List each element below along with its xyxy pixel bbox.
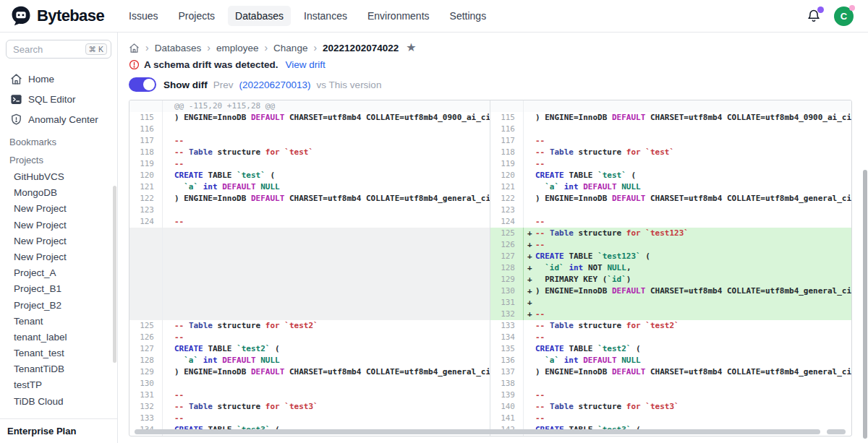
diff-row: 119--: [129, 158, 490, 170]
code-line: + `id` int NOT NULL,: [524, 262, 851, 274]
line-number: 120: [490, 170, 524, 181]
sidebar-project-item[interactable]: New Project: [0, 249, 117, 265]
code-line: `a` int DEFAULT NULL: [524, 355, 851, 366]
code-line: +--: [524, 239, 851, 251]
code-line: [163, 228, 490, 239]
shield-icon: [10, 113, 22, 126]
avatar[interactable]: C: [834, 7, 854, 26]
breadcrumb: ›Databases›employee›Change› 202212020740…: [129, 42, 852, 53]
breadcrumb-item[interactable]: employee: [216, 43, 259, 53]
added-line-marker: +: [527, 228, 532, 239]
line-number: 138: [490, 378, 524, 390]
code-line: --: [163, 390, 490, 401]
code-line: -- Table structure for `test2`: [163, 320, 490, 332]
breadcrumb-item[interactable]: Databases: [155, 43, 202, 53]
code-line: [163, 251, 490, 262]
diff-row: 123: [490, 205, 851, 216]
line-number: 123: [490, 205, 524, 216]
page-vertical-scrollbar[interactable]: [863, 170, 867, 439]
sidebar-project-item[interactable]: MongoDB: [0, 185, 117, 201]
sidebar-project-item[interactable]: tenant_label: [0, 330, 117, 345]
sidebar-item-home[interactable]: Home: [0, 69, 117, 89]
line-number: 126: [490, 239, 524, 251]
nav-instances[interactable]: Instances: [297, 6, 354, 26]
breadcrumb-item[interactable]: Change: [273, 43, 307, 53]
sidebar-project-item[interactable]: Project_B1: [0, 281, 117, 297]
line-number: 126: [129, 332, 163, 343]
diff-row: [129, 309, 490, 320]
sidebar-scrollbar[interactable]: [113, 186, 116, 363]
diff-viewer: @@ -115,20 +115,28 @@115) ENGINE=InnoDB …: [129, 100, 852, 436]
prev-label: Prev: [213, 79, 234, 90]
diff-row: 127CREATE TABLE `test2` (: [129, 343, 490, 355]
line-number: 117: [490, 135, 524, 147]
search-input[interactable]: Search ⌘ K: [6, 40, 111, 59]
diff-row: 124--: [129, 216, 490, 228]
show-diff-label: Show diff: [163, 79, 208, 90]
sidebar-project-item[interactable]: New Project: [0, 201, 117, 217]
code-line: [163, 285, 490, 297]
added-line-marker: +: [527, 297, 532, 309]
sidebar-project-item[interactable]: Project_B2: [0, 298, 117, 314]
line-number: 128: [129, 355, 163, 366]
prev-version-link[interactable]: (202206270013): [239, 79, 311, 90]
brand-logo[interactable]: Bytebase: [10, 5, 104, 27]
sidebar-item-anomaly-center[interactable]: Anomaly Center: [0, 109, 117, 129]
added-line-marker: +: [527, 251, 532, 262]
sidebar-section-projects: Projects: [0, 155, 117, 165]
search-shortcut-badge: ⌘ K: [85, 43, 107, 55]
diff-row: 141--: [490, 413, 851, 424]
diff-row: 117--: [490, 135, 851, 147]
code-line: +CREATE TABLE `test123` (: [524, 251, 851, 262]
view-drift-link[interactable]: View drift: [286, 59, 326, 70]
sidebar-project-item[interactable]: testTP: [0, 377, 117, 393]
sidebar-project-item[interactable]: Project_A: [0, 265, 117, 281]
diff-row: [129, 274, 490, 285]
line-number: 128: [490, 262, 524, 274]
code-line: --: [163, 158, 490, 170]
diff-row: 129+ PRIMARY KEY (`id`): [490, 274, 851, 285]
nav-issues[interactable]: Issues: [122, 6, 165, 26]
diff-row: 115) ENGINE=InnoDB DEFAULT CHARSET=utf8m…: [129, 112, 490, 124]
diff-horizontal-scrollbar-right[interactable]: [827, 429, 846, 434]
chevron-right-icon: ›: [264, 42, 268, 53]
line-number: 129: [490, 274, 524, 285]
code-line: --: [163, 135, 490, 147]
sidebar-project-item[interactable]: Tenant_test: [0, 345, 117, 361]
nav-databases[interactable]: Databases: [228, 6, 291, 26]
diff-horizontal-scrollbar[interactable]: [135, 429, 820, 434]
code-line: ) ENGINE=InnoDB DEFAULT CHARSET=utf8mb4 …: [524, 112, 851, 124]
code-line: @@ -115,20 +115,28 @@: [163, 100, 490, 112]
nav-environments[interactable]: Environments: [360, 6, 437, 26]
alert-text: A schema drift was detected.: [144, 59, 278, 70]
diff-row: 128 `a` int DEFAULT NULL: [129, 355, 490, 366]
code-line: +-- Table structure for `test123`: [524, 228, 851, 239]
main-nav: IssuesProjectsDatabasesInstancesEnvironm…: [122, 6, 807, 26]
code-line: ) ENGINE=InnoDB DEFAULT CHARSET=utf8mb4 …: [163, 193, 490, 205]
sidebar-project-item[interactable]: TenantTiDB: [0, 361, 117, 377]
diff-row: 115) ENGINE=InnoDB DEFAULT CHARSET=utf8m…: [490, 112, 851, 124]
diff-row: 136 `a` int DEFAULT NULL: [490, 355, 851, 366]
code-line: ) ENGINE=InnoDB DEFAULT CHARSET=utf8mb4 …: [163, 366, 490, 378]
nav-projects[interactable]: Projects: [171, 6, 223, 26]
code-line: CREATE TABLE `test` (: [163, 170, 490, 181]
code-line: +) ENGINE=InnoDB DEFAULT CHARSET=utf8mb4…: [524, 285, 851, 297]
notifications-button[interactable]: [807, 9, 821, 23]
code-line: [524, 205, 851, 216]
show-diff-toggle[interactable]: [129, 77, 156, 92]
sidebar-project-item[interactable]: TiDB Cloud: [0, 394, 117, 410]
diff-row: 129) ENGINE=InnoDB DEFAULT CHARSET=utf8m…: [129, 366, 490, 378]
diff-row: 134--: [490, 332, 851, 343]
code-line: -- Table structure for `test`: [163, 147, 490, 158]
diff-row: 118-- Table structure for `test`: [129, 147, 490, 158]
code-line: [163, 124, 490, 135]
sidebar-project-item[interactable]: New Project: [0, 218, 117, 233]
nav-settings[interactable]: Settings: [443, 6, 494, 26]
sidebar-project-item[interactable]: Tenant: [0, 314, 117, 330]
line-number: [129, 274, 163, 285]
sidebar-project-item[interactable]: New Project: [0, 233, 117, 249]
star-icon[interactable]: ★: [406, 42, 416, 53]
sidebar-project-item[interactable]: GitHubVCS: [0, 169, 117, 185]
breadcrumb-home-icon[interactable]: [129, 43, 140, 53]
sidebar-item-sql-editor[interactable]: SQL Editor: [0, 89, 117, 109]
